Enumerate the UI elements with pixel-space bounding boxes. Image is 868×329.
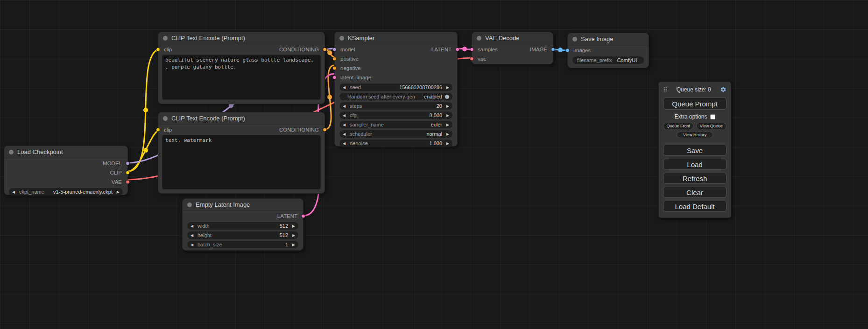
increment-arrow-icon[interactable]: ▶ — [444, 132, 449, 136]
increment-arrow-icon[interactable]: ▶ — [444, 141, 449, 146]
output-slot-conditioning[interactable] — [323, 128, 327, 132]
widget-name: height — [196, 232, 213, 238]
slot-row: images — [568, 46, 649, 55]
settings-gear-icon[interactable] — [720, 86, 727, 93]
output-slot-vae[interactable] — [126, 180, 130, 184]
node-title-bar[interactable]: CLIP Text Encode (Prompt) — [158, 32, 325, 44]
input-slot-images[interactable] — [565, 49, 570, 53]
node-title-bar[interactable]: Save Image — [568, 33, 649, 45]
widget-random-seed-toggle[interactable]: Random seed after every gen enabled — [339, 93, 452, 100]
output-slot-model[interactable] — [126, 161, 130, 166]
output-label-conditioning: CONDITIONING — [279, 47, 319, 52]
increment-arrow-icon[interactable]: ▶ — [444, 104, 449, 108]
node-title: CLIP Text Encode (Prompt) — [171, 35, 245, 42]
node-clip-text-encode-positive[interactable]: CLIP Text Encode (Prompt) clip CONDITION… — [158, 32, 325, 104]
decrement-arrow-icon[interactable]: ◀ — [343, 141, 348, 146]
widget-name: denoise — [348, 140, 369, 146]
positive-prompt-textarea[interactable]: beautiful scenery nature glass bottle la… — [162, 55, 321, 100]
node-title: Load Checkpoint — [17, 148, 63, 155]
increment-arrow-icon[interactable]: ▶ — [114, 190, 120, 194]
node-status-dot — [477, 36, 481, 41]
input-slot-positive[interactable] — [332, 57, 337, 61]
widget-name: ckpt_name — [18, 189, 46, 195]
drag-handle-icon[interactable]: ⠿ — [663, 86, 668, 93]
node-save-image[interactable]: Save Image images filename_prefix ComfyU… — [567, 33, 649, 68]
widget-filename-prefix[interactable]: filename_prefix ComfyUI — [572, 56, 644, 64]
node-graph-canvas[interactable]: Load Checkpoint MODEL CLIP VAE ◀ ckpt_na… — [0, 0, 868, 329]
decrement-arrow-icon[interactable]: ◀ — [191, 224, 196, 228]
widget-value: 512 — [211, 223, 289, 229]
slot-row: CLIP — [4, 168, 127, 177]
output-slot-conditioning[interactable] — [323, 48, 327, 52]
node-title-bar[interactable]: Load Checkpoint — [4, 146, 127, 158]
input-slot-latent-image[interactable] — [332, 76, 337, 80]
output-slot-latent[interactable] — [455, 48, 459, 52]
load-default-button[interactable]: Load Default — [663, 201, 727, 212]
load-button[interactable]: Load — [663, 159, 727, 170]
widget-steps[interactable]: ◀ steps 20 ▶ — [339, 102, 452, 110]
input-label-clip: clip — [164, 127, 172, 133]
increment-arrow-icon[interactable]: ▶ — [289, 243, 295, 247]
queue-prompt-button[interactable]: Queue Prompt — [663, 98, 727, 110]
node-status-dot — [9, 150, 14, 154]
output-slot-clip[interactable] — [126, 171, 130, 175]
widget-ckpt-name[interactable]: ◀ ckpt_name v1-5-pruned-emaonly.ckpt ▶ — [9, 188, 123, 196]
input-slot-model[interactable] — [332, 48, 337, 52]
input-slot-negative[interactable] — [332, 66, 337, 70]
decrement-arrow-icon[interactable]: ◀ — [343, 113, 348, 118]
output-slot-latent[interactable] — [301, 214, 305, 218]
widget-denoise[interactable]: ◀ denoise 1.000 ▶ — [339, 140, 452, 147]
link-midpoint-dot — [462, 47, 467, 51]
widget-value: normal — [374, 131, 444, 137]
output-label-clip: CLIP — [110, 170, 122, 175]
refresh-button[interactable]: Refresh — [663, 173, 727, 184]
widget-seed[interactable]: ◀ seed 156680208700286 ▶ — [339, 84, 452, 91]
input-label-samples: samples — [478, 47, 498, 52]
widget-height[interactable]: ◀ height 512 ▶ — [187, 231, 298, 239]
node-load-checkpoint[interactable]: Load Checkpoint MODEL CLIP VAE ◀ ckpt_na… — [4, 146, 128, 195]
input-slot-samples[interactable] — [470, 48, 474, 52]
widget-value: 8.000 — [358, 112, 444, 118]
increment-arrow-icon[interactable]: ▶ — [444, 123, 449, 127]
decrement-arrow-icon[interactable]: ◀ — [343, 132, 348, 136]
decrement-arrow-icon[interactable]: ◀ — [191, 233, 196, 238]
input-slot-vae[interactable] — [470, 57, 474, 61]
node-title-bar[interactable]: KSampler — [335, 32, 457, 44]
output-slot-image[interactable] — [551, 48, 555, 52]
negative-prompt-textarea[interactable]: text, watermark — [162, 135, 321, 189]
queue-front-button[interactable]: Queue Front — [663, 123, 694, 129]
view-history-button[interactable]: View History — [677, 132, 713, 138]
increment-arrow-icon[interactable]: ▶ — [444, 85, 449, 90]
widget-name: steps — [348, 103, 363, 109]
node-title-bar[interactable]: CLIP Text Encode (Prompt) — [158, 112, 325, 125]
widget-batch-size[interactable]: ◀ batch_size 1 ▶ — [187, 241, 298, 248]
node-title: KSampler — [348, 35, 374, 42]
decrement-arrow-icon[interactable]: ◀ — [12, 190, 18, 194]
increment-arrow-icon[interactable]: ▶ — [444, 113, 449, 118]
decrement-arrow-icon[interactable]: ◀ — [343, 123, 348, 127]
widget-sampler-name[interactable]: ◀ sampler_name euler ▶ — [339, 121, 452, 128]
increment-arrow-icon[interactable]: ▶ — [289, 233, 295, 238]
extra-options-checkbox[interactable] — [710, 114, 715, 119]
node-ksampler[interactable]: KSampler model LATENT positive negative … — [334, 32, 458, 147]
node-vae-decode[interactable]: VAE Decode samples IMAGE vae — [472, 32, 553, 64]
toggle-knob-icon[interactable] — [445, 95, 449, 99]
node-title-bar[interactable]: VAE Decode — [472, 32, 553, 44]
node-clip-text-encode-negative[interactable]: CLIP Text Encode (Prompt) clip CONDITION… — [158, 112, 325, 194]
decrement-arrow-icon[interactable]: ◀ — [191, 243, 196, 247]
save-button[interactable]: Save — [663, 145, 727, 156]
widget-width[interactable]: ◀ width 512 ▶ — [187, 222, 298, 230]
widget-value: v1-5-pruned-emaonly.ckpt — [46, 189, 114, 195]
increment-arrow-icon[interactable]: ▶ — [289, 224, 295, 228]
widget-value: ComfyUI — [614, 57, 641, 63]
input-slot-clip[interactable] — [156, 128, 160, 132]
node-title-bar[interactable]: Empty Latent Image — [183, 199, 303, 211]
view-queue-button[interactable]: View Queue — [696, 123, 727, 129]
decrement-arrow-icon[interactable]: ◀ — [343, 104, 348, 108]
clear-button[interactable]: Clear — [663, 187, 727, 198]
widget-scheduler[interactable]: ◀ scheduler normal ▶ — [339, 130, 452, 138]
widget-cfg[interactable]: ◀ cfg 8.000 ▶ — [339, 112, 452, 119]
node-empty-latent-image[interactable]: Empty Latent Image LATENT ◀ width 512 ▶ … — [182, 198, 303, 251]
decrement-arrow-icon[interactable]: ◀ — [343, 85, 348, 90]
input-slot-clip[interactable] — [156, 48, 160, 52]
